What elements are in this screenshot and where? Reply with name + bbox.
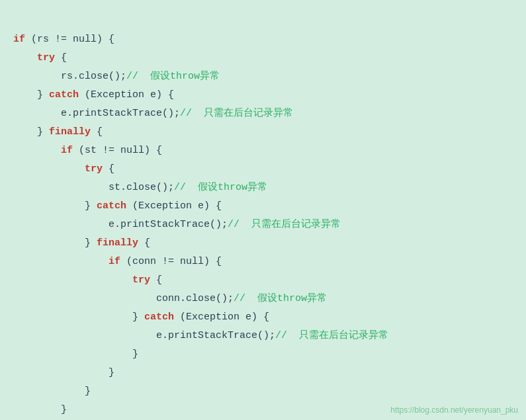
code-text — [13, 163, 85, 175]
code-text: e.printStackTrace(); — [13, 219, 228, 230]
keyword: try — [132, 274, 150, 286]
code-line: rs.close();// 假设throw异常 — [13, 67, 513, 86]
code-text: rs.close(); — [13, 71, 126, 82]
code-text: } — [13, 126, 49, 138]
code-line: e.printStackTrace();// 只需在后台记录异常 — [13, 216, 513, 234]
code-line: try { — [13, 160, 513, 179]
code-line: } — [13, 345, 513, 364]
code-text: } — [13, 89, 49, 101]
comment: // 只需在后台记录异常 — [228, 219, 341, 230]
code-line: } finally { — [13, 234, 513, 253]
comment: // 假设throw异常 — [174, 182, 267, 193]
code-line: conn.close();// 假设throw异常 — [13, 290, 513, 308]
code-text: (Exception e) { — [79, 89, 174, 101]
keyword: finally — [97, 237, 138, 249]
code-block: if (rs != null) { try { rs.close();// 假设… — [0, 0, 526, 420]
code-text — [13, 145, 61, 156]
keyword: catch — [144, 312, 174, 323]
code-text: } — [13, 237, 97, 249]
code-text: e.printStackTrace(); — [13, 330, 275, 341]
watermark: https://blog.csdn.net/yerenyuan_pku — [390, 405, 518, 415]
keyword: if — [61, 145, 73, 156]
code-line: try { — [13, 271, 513, 290]
code-text: (st != null) { — [73, 145, 162, 156]
keyword: try — [85, 163, 103, 175]
code-line: } — [13, 364, 513, 382]
keyword: if — [13, 34, 25, 45]
comment: // 假设throw异常 — [234, 293, 327, 304]
code-text: (conn != null) { — [120, 256, 222, 267]
keyword: catch — [49, 89, 79, 101]
code-text: } — [13, 404, 67, 415]
code-line: if (rs != null) { — [13, 30, 513, 49]
code-line: st.close();// 假设throw异常 — [13, 179, 513, 197]
code-line: } catch (Exception e) { — [13, 308, 513, 327]
code-text — [13, 274, 132, 286]
code-line: } catch (Exception e) { — [13, 197, 513, 216]
code-text: (Exception e) { — [126, 200, 222, 212]
code-text: st.close(); — [13, 182, 174, 193]
code-text — [13, 256, 109, 267]
keyword: catch — [97, 200, 126, 212]
code-line: } catch (Exception e) { — [13, 86, 513, 105]
code-text: { — [103, 163, 114, 175]
code-text: { — [55, 52, 67, 63]
code-line: if (st != null) { — [13, 142, 513, 160]
code-line: } — [13, 382, 513, 401]
code-line: e.printStackTrace();// 只需在后台记录异常 — [13, 327, 513, 345]
code-text: { — [91, 126, 103, 138]
code-line: } finally { — [13, 123, 513, 142]
code-text: } — [13, 312, 144, 323]
comment: // 只需在后台记录异常 — [275, 330, 388, 341]
comment: // 假设throw异常 — [126, 71, 220, 82]
code-line: e.printStackTrace();// 只需在后台记录异常 — [13, 105, 513, 123]
code-text: e.printStackTrace(); — [13, 108, 180, 119]
code-text: } — [13, 200, 97, 212]
code-text: } — [13, 349, 138, 360]
code-text: (rs != null) { — [25, 34, 114, 45]
code-text: (Exception e) { — [174, 312, 269, 323]
comment: // 只需在后台记录异常 — [180, 108, 293, 119]
code-line: if (conn != null) { — [13, 253, 513, 271]
code-line: try { — [13, 49, 513, 67]
code-text: conn.close(); — [13, 293, 234, 304]
code-text: } — [13, 367, 114, 378]
code-text: } — [13, 386, 91, 397]
code-text: { — [138, 237, 150, 249]
keyword: finally — [49, 126, 91, 138]
code-text — [13, 52, 37, 63]
keyword: if — [109, 256, 120, 267]
code-text: { — [150, 274, 162, 286]
keyword: try — [37, 52, 55, 63]
